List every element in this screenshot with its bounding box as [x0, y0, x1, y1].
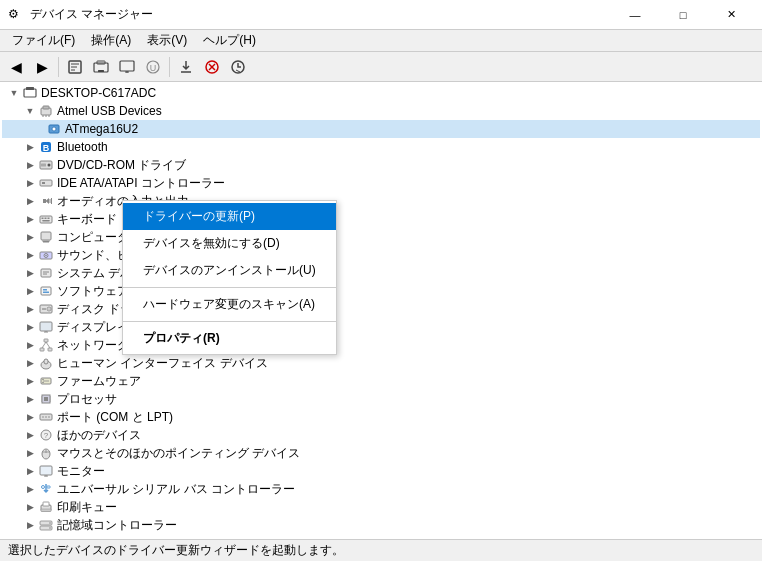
expand-ide[interactable]: ▶: [22, 175, 38, 191]
tree-item-audio[interactable]: ▶ オーディオの入力と出力: [2, 192, 760, 210]
expand-monitor-cat[interactable]: ▶: [22, 463, 38, 479]
expand-audio[interactable]: ▶: [22, 193, 38, 209]
svg-text:U: U: [150, 63, 157, 73]
expand-bluetooth[interactable]: ▶: [22, 139, 38, 155]
menu-action[interactable]: 操作(A): [83, 30, 139, 51]
ctx-uninstall[interactable]: デバイスのアンインストール(U): [123, 257, 336, 284]
expand-storage[interactable]: ▶: [22, 517, 38, 533]
tree-item-sound[interactable]: ▶ サウンド、ビデオ、およびゲーム コントローラー: [2, 246, 760, 264]
tree-item-bluetooth[interactable]: ▶ B Bluetooth: [2, 138, 760, 156]
expand-other[interactable]: ▶: [22, 427, 38, 443]
back-button[interactable]: ◀: [4, 55, 28, 79]
processor-label: プロセッサ: [57, 391, 117, 408]
minimize-button[interactable]: —: [612, 4, 658, 26]
svg-rect-36: [40, 216, 52, 223]
toolbar-btn-scan2[interactable]: [226, 55, 250, 79]
expand-hid[interactable]: ▶: [22, 355, 38, 371]
tree-root[interactable]: ▼ DESKTOP-C617ADC: [2, 84, 760, 102]
expand-port[interactable]: ▶: [22, 409, 38, 425]
tree-item-usb-ctrl[interactable]: ▶ ユニバーサル シリアル バス コントローラー: [2, 480, 760, 498]
tree-item-port[interactable]: ▶ ポート (COM と LPT): [2, 408, 760, 426]
toolbar-btn-properties[interactable]: [63, 55, 87, 79]
status-text: 選択したデバイスのドライバー更新ウィザードを起動します。: [8, 542, 344, 559]
expand-mouse[interactable]: ▶: [22, 445, 38, 461]
expand-diskdrive[interactable]: ▶: [22, 301, 38, 317]
tree-item-processor[interactable]: ▶ プロセッサ: [2, 390, 760, 408]
svg-rect-40: [43, 220, 50, 222]
tree-item-diskdrive[interactable]: ▶ ディスク ドライブ: [2, 300, 760, 318]
expand-usb-ctrl[interactable]: ▶: [22, 481, 38, 497]
toolbar-btn-remove[interactable]: [200, 55, 224, 79]
bluetooth-icon: B: [38, 139, 54, 155]
expand-display[interactable]: ▶: [22, 319, 38, 335]
tree-item-firmware[interactable]: ▶ ファームウェア: [2, 372, 760, 390]
display-icon: [38, 319, 54, 335]
svg-rect-47: [41, 269, 51, 277]
expand-network[interactable]: ▶: [22, 337, 38, 353]
tree-item-ide[interactable]: ▶ IDE ATA/ATAPI コントローラー: [2, 174, 760, 192]
swdev-icon: [38, 283, 54, 299]
expand-atmel[interactable]: ▼: [22, 103, 38, 119]
svg-rect-66: [44, 359, 48, 364]
usb-ctrl-icon: [38, 481, 54, 497]
expand-processor[interactable]: ▶: [22, 391, 38, 407]
svg-rect-17: [24, 89, 36, 97]
tree-item-sysdev[interactable]: ▶ システム デバイス: [2, 264, 760, 282]
toolbar-btn-usb[interactable]: U: [141, 55, 165, 79]
computer-icon: [38, 229, 54, 245]
tree-item-atmel[interactable]: ▼ Atmel USB Devices: [2, 102, 760, 120]
svg-point-70: [42, 382, 44, 384]
tree-item-swdev[interactable]: ▶ ソフトウェア デバイス: [2, 282, 760, 300]
toolbar-btn-scan[interactable]: [89, 55, 113, 79]
svg-text:?: ?: [44, 431, 49, 440]
expand-dvd[interactable]: ▶: [22, 157, 38, 173]
close-button[interactable]: ✕: [708, 4, 754, 26]
expand-sound[interactable]: ▶: [22, 247, 38, 263]
toolbar-btn-monitor[interactable]: [115, 55, 139, 79]
expand-sysdev[interactable]: ▶: [22, 265, 38, 281]
tree-item-dvd[interactable]: ▶ DVD/CD-ROM ドライブ: [2, 156, 760, 174]
tree-item-monitor-cat[interactable]: ▶ モニター: [2, 462, 760, 480]
svg-point-98: [49, 522, 51, 524]
svg-rect-30: [41, 164, 46, 167]
device-tree[interactable]: ▼ DESKTOP-C617ADC ▼ Atmel USB Devices AT…: [0, 82, 762, 539]
tree-item-display[interactable]: ▶ ディスプレイ アダプター: [2, 318, 760, 336]
other-icon: ?: [38, 427, 54, 443]
tree-item-network[interactable]: ▶ ネットワーク アダプター: [2, 336, 760, 354]
toolbar-separator-1: [58, 57, 59, 77]
expand-root[interactable]: ▼: [6, 85, 22, 101]
svg-rect-92: [47, 486, 50, 488]
svg-point-25: [52, 127, 56, 131]
tree-item-mouse[interactable]: ▶ マウスとそのほかのポインティング デバイス: [2, 444, 760, 462]
menu-help[interactable]: ヘルプ(H): [195, 30, 264, 51]
expand-printqueue[interactable]: ▶: [22, 499, 38, 515]
expand-keyboard[interactable]: ▶: [22, 211, 38, 227]
ctx-properties[interactable]: プロパティ(R): [123, 325, 336, 352]
forward-button[interactable]: ▶: [30, 55, 54, 79]
port-icon: [38, 409, 54, 425]
tree-item-hid[interactable]: ▶ ヒューマン インターフェイス デバイス: [2, 354, 760, 372]
root-icon: [22, 85, 38, 101]
tree-item-computer[interactable]: ▶ コンピューター: [2, 228, 760, 246]
expand-computer[interactable]: ▶: [22, 229, 38, 245]
ctx-update-driver[interactable]: ドライバーの更新(P): [123, 203, 336, 230]
ctx-scan-hw[interactable]: ハードウェア変更のスキャン(A): [123, 291, 336, 318]
toolbar-btn-update[interactable]: [174, 55, 198, 79]
network-icon: [38, 337, 54, 353]
storage-icon: [38, 517, 54, 533]
tree-item-printqueue[interactable]: ▶ 印刷キュー: [2, 498, 760, 516]
ctx-disable[interactable]: デバイスを無効にする(D): [123, 230, 336, 257]
expand-atmega[interactable]: [38, 121, 46, 137]
expand-firmware[interactable]: ▶: [22, 373, 38, 389]
menu-view[interactable]: 表示(V): [139, 30, 195, 51]
tree-item-storage[interactable]: ▶ 記憶域コントローラー: [2, 516, 760, 534]
tree-item-keyboard[interactable]: ▶ キーボード: [2, 210, 760, 228]
expand-swdev[interactable]: ▶: [22, 283, 38, 299]
mouse-label: マウスとそのほかのポインティング デバイス: [57, 445, 300, 462]
menu-file[interactable]: ファイル(F): [4, 30, 83, 51]
svg-rect-7: [120, 61, 134, 71]
tree-item-atmega[interactable]: ATmega16U2: [2, 120, 760, 138]
maximize-button[interactable]: □: [660, 4, 706, 26]
tree-item-other[interactable]: ▶ ? ほかのデバイス: [2, 426, 760, 444]
dvd-icon: [38, 157, 54, 173]
